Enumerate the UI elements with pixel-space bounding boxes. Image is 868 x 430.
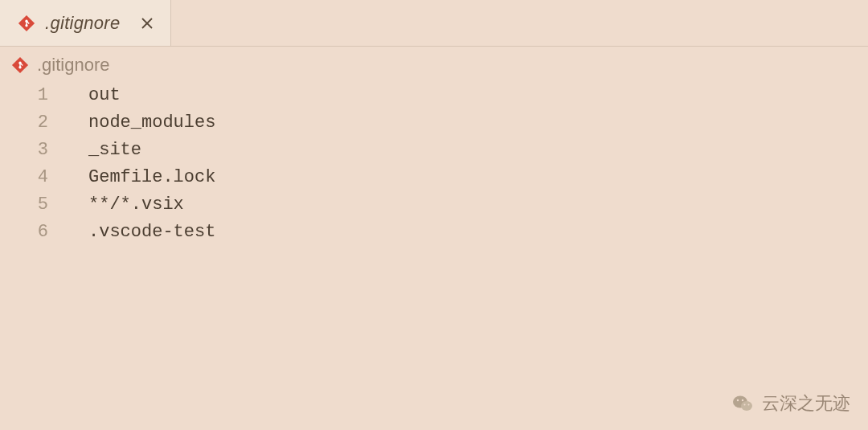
editor-line: 6 .vscode-test [0,219,868,246]
watermark-text: 云深之无迹 [762,391,850,416]
line-number: 4 [0,164,71,191]
tab-gitignore[interactable]: .gitignore [0,0,171,46]
close-icon[interactable] [138,14,156,32]
watermark: 云深之无迹 [731,391,850,416]
line-content: out [71,82,121,109]
editor-line: 3 _site [0,137,868,164]
line-content: **/*.vsix [71,191,184,219]
line-content: Gemfile.lock [71,164,215,191]
wechat-icon [731,392,754,415]
tab-bar: .gitignore [0,0,868,47]
editor-line: 2 node_modules [0,109,868,137]
editor-line: 5 **/*.vsix [0,191,868,219]
svg-point-11 [741,401,752,411]
editor-line: 1 out [0,82,868,109]
svg-point-13 [742,399,743,401]
svg-point-14 [744,404,746,406]
svg-point-12 [737,399,739,401]
line-number: 6 [0,219,71,246]
line-number: 2 [0,109,71,137]
editor-line: 4 Gemfile.lock [0,164,868,191]
breadcrumb[interactable]: .gitignore [0,47,868,80]
line-content: .vscode-test [71,219,215,246]
git-icon [18,14,35,32]
line-number: 5 [0,191,71,219]
git-icon [11,56,29,74]
line-number: 3 [0,137,71,164]
editor-area[interactable]: 1 out 2 node_modules 3 _site 4 Gemfile.l… [0,80,868,248]
svg-point-15 [748,404,750,406]
line-content: node_modules [71,109,215,137]
line-content: _site [71,137,141,164]
breadcrumb-text: .gitignore [37,55,110,76]
line-number: 1 [0,82,71,109]
tab-title: .gitignore [45,13,121,34]
